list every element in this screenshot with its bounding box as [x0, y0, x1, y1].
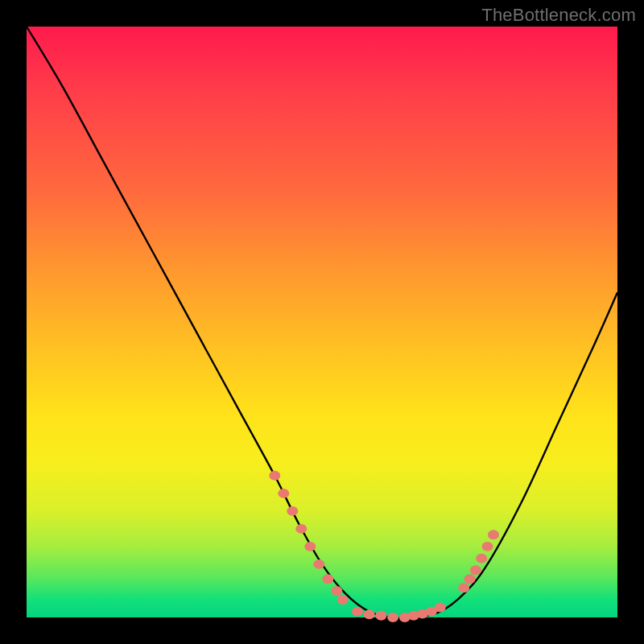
curve-marker	[470, 565, 481, 575]
curve-marker	[482, 542, 493, 551]
chart-stage: TheBottleneck.com	[0, 0, 644, 644]
curve-marker	[313, 559, 324, 569]
curve-marker	[331, 586, 342, 596]
curve-marker	[488, 530, 499, 539]
watermark-text: TheBottleneck.com	[481, 5, 636, 26]
curve-marker	[287, 506, 298, 516]
curve-marker	[458, 583, 469, 592]
curve-marker	[278, 489, 289, 498]
curve-marker	[476, 554, 487, 564]
curve-layer	[27, 27, 617, 617]
curve-marker	[435, 603, 446, 613]
curve-marker	[464, 574, 476, 584]
curve-marker	[387, 613, 398, 622]
curve-marker	[337, 595, 349, 605]
curve-marker	[352, 607, 363, 617]
curve-marker	[375, 611, 386, 621]
curve-marker	[322, 574, 333, 584]
curve-marker	[364, 609, 375, 619]
curve-marker	[295, 524, 307, 534]
marker-group	[269, 471, 499, 622]
bottleneck-curve	[27, 27, 617, 618]
curve-marker	[269, 471, 280, 481]
plot-area	[27, 27, 617, 617]
curve-marker	[304, 542, 316, 551]
